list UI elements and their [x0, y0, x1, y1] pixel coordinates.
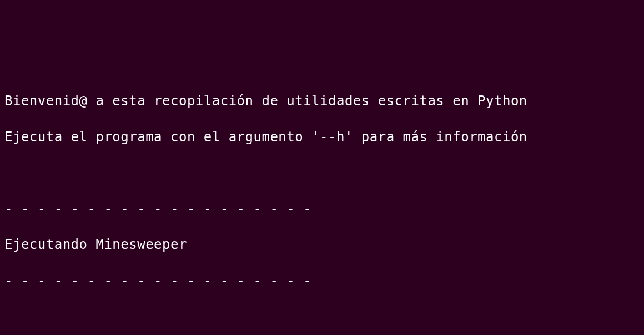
welcome-line-1: Bienvenid@ a esta recopilación de utilid… — [4, 92, 640, 110]
running-line: Ejecutando Minesweeper — [4, 236, 640, 253]
terminal-window[interactable]: Bienvenid@ a esta recopilación de utilid… — [4, 74, 640, 335]
welcome-line-2: Ejecuta el programa con el argumento '--… — [4, 128, 640, 146]
separator-line-2: - - - - - - - - - - - - - - - - - - - — [4, 272, 640, 290]
separator-line-1: - - - - - - - - - - - - - - - - - - - — [4, 200, 640, 217]
